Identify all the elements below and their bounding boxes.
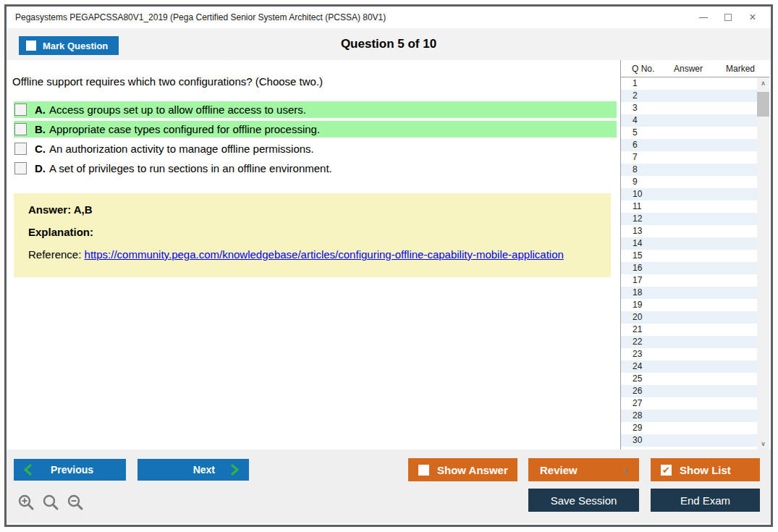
reference-label: Reference: xyxy=(28,248,81,261)
maximize-button[interactable] xyxy=(716,7,740,28)
question-list-row[interactable]: 13 xyxy=(621,225,757,237)
option-text: Access groups set up to allow offline ac… xyxy=(49,104,306,116)
question-counter: Question 5 of 10 xyxy=(7,37,771,51)
option-text: Appropriate case types configured for of… xyxy=(49,123,320,135)
review-button[interactable]: Review ▲ xyxy=(528,458,639,481)
question-list-row[interactable]: 21 xyxy=(621,324,757,336)
app-window: Pegasystems PEGAPCSSA80V1_2019 (Pega Cer… xyxy=(4,4,773,527)
close-icon: × xyxy=(749,12,756,23)
question-text: Offline support requires which two confi… xyxy=(12,75,323,88)
zoom-controls xyxy=(17,493,85,512)
option-text: An authorization activity to manage offl… xyxy=(49,143,314,155)
zoom-in-icon[interactable] xyxy=(17,493,36,512)
reference-link[interactable]: https://community.pega.com/knowledgebase… xyxy=(85,248,564,261)
minimize-button[interactable] xyxy=(691,7,716,28)
previous-button[interactable]: Previous xyxy=(14,459,126,481)
question-list-row[interactable]: 7 xyxy=(621,151,757,164)
zoom-out-icon[interactable] xyxy=(66,493,85,512)
question-list-row[interactable]: 5 xyxy=(621,127,757,139)
window-controls: × xyxy=(691,7,765,28)
zoom-reset-icon[interactable] xyxy=(41,493,61,512)
option-letter: C. xyxy=(35,143,46,155)
question-list-row[interactable]: 16 xyxy=(621,262,757,274)
scroll-down-icon[interactable]: ∨ xyxy=(757,438,769,449)
answer-panel: Answer: A,B Explanation: Reference: http… xyxy=(14,193,611,277)
option-row-b[interactable]: B.Appropriate case types configured for … xyxy=(14,121,617,138)
show-list-checkbox[interactable]: ✔ xyxy=(661,465,672,476)
question-list-row[interactable]: 2 xyxy=(621,90,757,102)
option-row-a[interactable]: A.Access groups set up to allow offline … xyxy=(14,101,617,118)
option-checkbox[interactable] xyxy=(14,104,27,116)
options-list: A.Access groups set up to allow offline … xyxy=(14,101,617,180)
question-list-row[interactable]: 26 xyxy=(621,385,757,397)
answer-line: Answer: A,B xyxy=(28,203,596,217)
footer-bar: Previous Next Show Answer Review ▲ ✔ Sho… xyxy=(7,449,771,523)
question-list-row[interactable]: 22 xyxy=(621,336,757,348)
option-letter: D. xyxy=(35,162,46,174)
question-list-row[interactable]: 8 xyxy=(621,164,757,176)
question-list-row[interactable]: 20 xyxy=(621,311,757,324)
question-list-row[interactable]: 23 xyxy=(621,348,757,360)
next-button[interactable]: Next xyxy=(138,459,249,481)
option-text: A set of privileges to run sections in a… xyxy=(49,162,332,174)
save-session-label: Save Session xyxy=(551,494,617,507)
explanation-line: Explanation: xyxy=(28,225,596,240)
question-list-scrollbar[interactable]: ∧ ∨ xyxy=(757,77,769,449)
question-list-row[interactable]: 10 xyxy=(621,188,757,200)
question-list-row[interactable]: 19 xyxy=(621,299,757,311)
close-button[interactable]: × xyxy=(740,7,765,28)
question-list-row[interactable]: 3 xyxy=(621,102,757,114)
checkmark-icon: ✔ xyxy=(662,465,670,475)
next-label: Next xyxy=(193,464,215,476)
question-list-row[interactable]: 11 xyxy=(621,200,757,213)
option-checkbox[interactable] xyxy=(14,143,27,155)
question-list-row[interactable]: 6 xyxy=(621,139,757,151)
question-list-row[interactable]: 1 xyxy=(621,77,757,90)
question-list-row[interactable]: 27 xyxy=(621,397,757,410)
question-list-row[interactable]: 17 xyxy=(621,274,757,287)
option-letter: B. xyxy=(35,123,46,135)
question-list-row[interactable]: 29 xyxy=(621,422,757,434)
maximize-icon xyxy=(724,14,732,21)
option-letter: A. xyxy=(35,104,46,116)
question-list-header: Q No. Answer Marked xyxy=(621,60,769,77)
window-title: Pegasystems PEGAPCSSA80V1_2019 (Pega Cer… xyxy=(15,12,386,22)
question-list-row[interactable]: 30 xyxy=(621,434,757,447)
question-list-row[interactable]: 15 xyxy=(621,250,757,262)
question-list-row[interactable]: 24 xyxy=(621,360,757,373)
save-session-button[interactable]: Save Session xyxy=(528,489,639,512)
question-list-row[interactable]: 28 xyxy=(621,410,757,422)
option-row-d[interactable]: D.A set of privileges to run sections in… xyxy=(14,160,617,177)
question-list-row[interactable]: 14 xyxy=(621,237,757,250)
scroll-up-icon[interactable]: ∧ xyxy=(757,77,769,89)
column-answer: Answer xyxy=(674,64,703,74)
end-exam-button[interactable]: End Exam xyxy=(651,489,760,512)
minimize-icon xyxy=(699,17,708,18)
option-checkbox[interactable] xyxy=(14,162,27,174)
question-area: Offline support requires which two confi… xyxy=(7,60,771,449)
column-qno: Q No. xyxy=(632,64,654,74)
title-bar: Pegasystems PEGAPCSSA80V1_2019 (Pega Cer… xyxy=(7,7,771,28)
chevron-right-icon xyxy=(231,464,239,476)
show-list-label: Show List xyxy=(680,464,731,476)
question-list-row[interactable]: 4 xyxy=(621,114,757,127)
question-list-row[interactable]: 18 xyxy=(621,287,757,299)
scrollbar-thumb[interactable] xyxy=(757,92,769,117)
show-answer-checkbox[interactable] xyxy=(418,465,429,476)
dropdown-up-icon: ▲ xyxy=(622,466,630,474)
question-list-row[interactable]: 9 xyxy=(621,176,757,188)
question-list-panel: Q No. Answer Marked 12345678910111213141… xyxy=(620,60,769,449)
question-list-row[interactable]: 12 xyxy=(621,213,757,225)
show-answer-label: Show Answer xyxy=(437,464,508,476)
option-row-c[interactable]: C.An authorization activity to manage of… xyxy=(14,140,617,157)
option-checkbox[interactable] xyxy=(14,123,27,135)
review-label: Review xyxy=(540,464,578,476)
show-answer-button[interactable]: Show Answer xyxy=(408,458,517,481)
show-list-button[interactable]: ✔ Show List xyxy=(651,458,760,481)
end-exam-label: End Exam xyxy=(680,494,730,507)
reference-line: Reference: https://community.pega.com/kn… xyxy=(28,248,596,262)
question-list-row[interactable]: 25 xyxy=(621,373,757,385)
question-list-body: 1234567891011121314151617181920212223242… xyxy=(621,77,757,449)
column-marked: Marked xyxy=(726,64,755,74)
previous-label: Previous xyxy=(51,464,93,476)
